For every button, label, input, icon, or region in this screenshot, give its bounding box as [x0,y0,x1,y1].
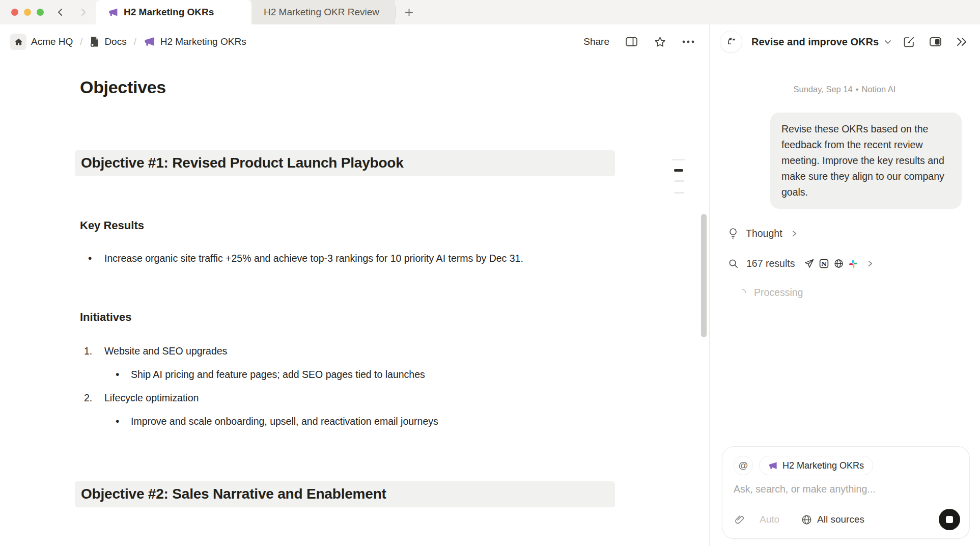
auto-mode-label[interactable]: Auto [760,514,779,525]
notion-window: H2 Marketing OKRs H2 Marketing OKR Revie… [0,0,980,546]
ai-composer[interactable]: @ H2 Marketing OKRs Auto [722,446,970,539]
svg-text:N: N [822,260,827,267]
megaphone-icon [144,36,156,48]
outline-dash[interactable] [674,180,684,182]
breadcrumb-label: H2 Marketing OKRs [160,36,246,47]
doc-header: Acme HQ / Docs / H2 Marketing OKRs Share [0,24,709,59]
minimize-window-button[interactable] [24,9,31,16]
sources-label: All sources [817,514,864,525]
key-results-heading[interactable]: Key Results [80,219,621,232]
chevron-right-icon [791,230,798,237]
list-item[interactable]: 2. Lifecycle optimization Improve and sc… [80,388,621,431]
mention-button[interactable]: @ [734,456,753,475]
thought-row[interactable]: Thought [727,227,962,239]
ai-panel-layout-icon[interactable] [929,36,942,48]
window-controls [0,0,53,24]
slack-logo-icon [848,259,858,269]
processing-row: Processing [738,287,962,298]
notion-logo-icon: N [819,258,829,269]
list-item[interactable]: 1. Website and SEO upgrades Ship AI pric… [80,341,621,384]
list-marker: 2. [80,388,104,407]
document-canvas: Objectives Objective #1: Revised Product… [0,59,709,546]
processing-label: Processing [754,287,803,298]
initiatives-list: 1. Website and SEO upgrades Ship AI pric… [80,341,621,431]
breadcrumb-label: Acme HQ [31,36,73,47]
user-message-bubble: Revise these OKRs based on the feedback … [770,113,962,209]
ai-panel: Revise and improve OKRs Sunday, Sep 14•N… [709,24,980,546]
ai-conversation: Sunday, Sep 14•Notion AI Revise these OK… [710,85,980,298]
breadcrumb-item-docs[interactable]: Docs [90,36,126,47]
notion-ai-face-icon [720,31,742,53]
megaphone-icon [108,7,119,18]
attachment-paperclip-icon[interactable] [734,514,745,526]
zoom-window-button[interactable] [37,9,44,16]
tab-strip: H2 Marketing OKRs H2 Marketing OKR Revie… [0,0,980,24]
stop-generation-button[interactable] [939,509,960,530]
chevron-right-icon [866,260,874,267]
list-item[interactable]: Ship AI pricing and feature pages; add S… [80,365,621,384]
message-timestamp: Sunday, Sep 14•Notion AI [727,85,962,94]
key-results-list: Increase organic site traffic +25% and a… [80,249,621,268]
thought-label: Thought [746,228,782,239]
share-button[interactable]: Share [583,36,609,47]
breadcrumb-item-h2-marketing-okrs[interactable]: H2 Marketing OKRs [144,36,246,48]
side-peek-icon[interactable] [625,36,638,48]
collapse-panel-chevrons-icon[interactable] [956,37,969,47]
source-icons: N [804,258,858,269]
document-icon [90,36,100,47]
tab-label: H2 Marketing OKR Review [264,7,379,18]
initiative-title[interactable]: Website and SEO upgrades [104,341,227,361]
close-window-button[interactable] [11,9,18,16]
scrollbar-thumb[interactable] [701,214,707,337]
stop-square-icon [946,516,953,523]
list-item[interactable]: Improve and scale onboarding, upsell, an… [80,412,621,431]
new-tab-button[interactable] [396,0,422,24]
results-count-label: 167 results [746,258,795,269]
context-chip-h2-marketing-okrs[interactable]: H2 Marketing OKRs [759,456,873,475]
ai-thread-title-dropdown[interactable]: Revise and improve OKRs [751,36,892,48]
page-title[interactable]: Objectives [80,77,621,97]
tab-h2-marketing-okrs[interactable]: H2 Marketing OKRs [96,0,251,24]
home-icon [10,34,26,50]
forward-icon[interactable] [78,8,88,17]
breadcrumb-separator: / [133,37,137,47]
globe-icon [833,258,844,269]
breadcrumb-item-acme-hq[interactable]: Acme HQ [10,34,73,50]
tab-h2-marketing-okr-review[interactable]: H2 Marketing OKR Review [251,0,395,24]
all-sources-selector[interactable]: All sources [801,514,864,526]
objective-2-heading[interactable]: Objective #2: Sales Narrative and Enable… [75,481,615,507]
list-marker: 1. [80,341,104,361]
breadcrumb: Acme HQ / Docs / H2 Marketing OKRs [10,34,246,50]
outline-dash-active[interactable] [674,169,683,172]
ai-prompt-input[interactable] [734,483,958,495]
outline-dash[interactable] [674,192,684,194]
back-icon[interactable] [56,8,65,17]
ai-thread-title: Revise and improve OKRs [751,36,879,48]
spinner-icon [738,288,747,297]
search-results-row[interactable]: 167 results N [727,258,962,269]
megaphone-icon [768,461,778,471]
outline-dash[interactable] [672,159,685,160]
lightbulb-icon [727,227,739,239]
send-paper-plane-icon [804,258,815,269]
chip-label: H2 Marketing OKRs [782,460,864,471]
breadcrumb-label: Docs [104,36,126,47]
search-icon [727,258,739,269]
breadcrumb-separator: / [79,37,83,47]
list-item[interactable]: Increase organic site traffic +25% and a… [80,249,589,268]
chevron-down-icon [884,38,892,46]
initiative-title[interactable]: Lifecycle optimization [104,388,199,407]
more-options-icon[interactable] [682,40,695,44]
favorite-star-icon[interactable] [654,36,666,48]
ai-panel-header: Revise and improve OKRs [710,24,980,59]
initiatives-heading[interactable]: Initiatives [80,311,621,324]
globe-icon [801,514,813,526]
new-chat-compose-icon[interactable] [903,36,915,48]
objective-1-heading[interactable]: Objective #1: Revised Product Launch Pla… [75,150,615,176]
tab-label: H2 Marketing OKRs [124,7,214,18]
